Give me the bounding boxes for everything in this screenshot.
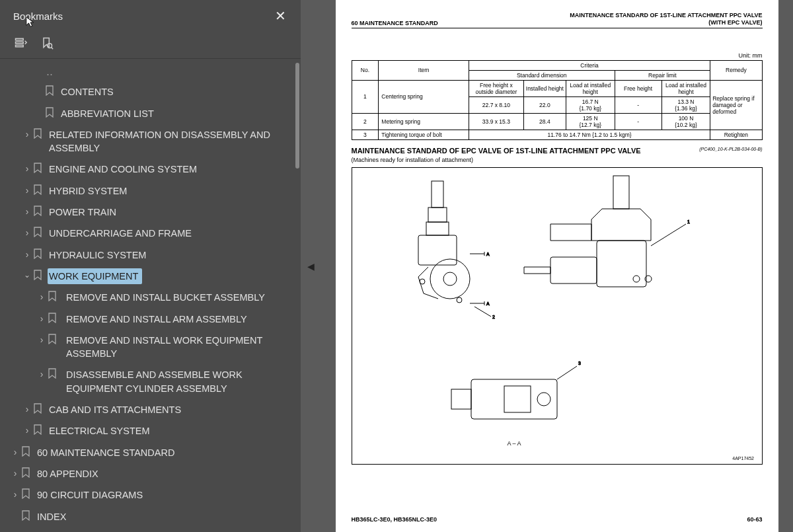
- bookmark-item[interactable]: REMOVE AND INSTALL ARM ASSEMBLY: [0, 309, 294, 330]
- svg-text:A: A: [486, 301, 490, 306]
- bookmark-icon: [21, 487, 36, 499]
- outline-options-icon[interactable]: [13, 36, 28, 50]
- bookmark-icon: [33, 204, 48, 216]
- bookmark-item[interactable]: 80 APPENDIX: [0, 463, 294, 484]
- svg-point-11: [457, 297, 462, 303]
- bookmark-icon: [33, 127, 48, 139]
- bookmark-item[interactable]: 60 MAINTENANCE STANDARD: [0, 442, 294, 463]
- bookmark-icon: [45, 106, 59, 118]
- svg-rect-0: [16, 38, 24, 40]
- footer-model: HB365LC-3E0, HB365NLC-3E0: [352, 516, 437, 523]
- bookmark-icon: [48, 332, 62, 344]
- svg-rect-7: [418, 235, 457, 265]
- section-label: A – A: [507, 440, 521, 447]
- chevron-right-icon[interactable]: [21, 247, 33, 262]
- header-left: 60 MAINTENANCE STANDARD: [352, 20, 438, 26]
- technical-diagram: A A 2 1: [352, 167, 763, 465]
- bookmark-label: REMOVE AND INSTALL ARM ASSEMBLY: [62, 311, 251, 327]
- svg-rect-2: [16, 45, 24, 47]
- bookmark-item[interactable]: HYBRID SYSTEM: [0, 180, 294, 202]
- bookmark-item[interactable]: RELATED INFORMATION ON DISASSEMBLY AND A…: [0, 124, 294, 159]
- chevron-right-icon[interactable]: [36, 289, 48, 304]
- bookmark-label: INDEX: [36, 509, 70, 525]
- bookmark-icon: [33, 225, 48, 237]
- svg-rect-1: [16, 42, 24, 44]
- bookmark-icon: [33, 402, 48, 414]
- chevron-right-icon[interactable]: [36, 367, 48, 381]
- chevron-right-icon[interactable]: [21, 204, 33, 219]
- chevron-right-icon[interactable]: [21, 127, 33, 141]
- diagram-code: 4AP17452: [732, 456, 754, 461]
- chevron-down-icon[interactable]: [21, 268, 33, 281]
- bookmark-item[interactable]: POWER TRAIN: [0, 202, 294, 223]
- svg-rect-5: [428, 208, 447, 222]
- chevron-none: [33, 106, 45, 107]
- bookmark-item[interactable]: DISASSEMBLE AND ASSEMBLE WORK EQUIPMENT …: [0, 364, 294, 399]
- bookmark-label: REMOVE AND INSTALL BUCKET ASSEMBLY: [62, 289, 269, 305]
- svg-text:A: A: [486, 252, 490, 256]
- bookmark-item[interactable]: UNDERCARRIAGE AND FRAME: [0, 223, 294, 244]
- svg-rect-6: [426, 222, 449, 235]
- chevron-right-icon[interactable]: [36, 311, 48, 326]
- bookmark-label: ENGINE AND COOLING SYSTEM: [48, 161, 201, 177]
- unit-label: Unit: mm: [352, 28, 763, 60]
- chevron-right-icon[interactable]: [21, 402, 33, 416]
- section-code: (PC400_10-K-PL2B-034-00-B): [699, 147, 762, 152]
- chevron-right-icon[interactable]: [21, 225, 33, 240]
- bookmark-item[interactable]: REMOVE AND INSTALL BUCKET ASSEMBLY: [0, 287, 294, 308]
- bookmark-label: CAB AND ITS ATTACHMENTS: [48, 402, 185, 418]
- sidebar-title: Bookmarks: [13, 11, 63, 22]
- bookmark-item[interactable]: ELECTRICAL SYSTEM: [0, 420, 294, 441]
- sidebar-header: Bookmarks ✕: [0, 0, 301, 29]
- section-title: MAINTENANCE STANDARD OF EPC VALVE OF 1ST…: [352, 147, 763, 155]
- bookmark-item[interactable]: INDEX: [0, 506, 294, 527]
- svg-rect-15: [613, 176, 629, 209]
- bookmark-icon: [48, 367, 62, 379]
- bookmark-label: ABBREVIATION LIST: [59, 106, 158, 122]
- criteria-table: No. Item Criteria Remedy Standard dimens…: [352, 60, 763, 140]
- bookmark-item[interactable]: REMOVE AND INSTALL WORK EQUIPMENT ASSEMB…: [0, 330, 294, 365]
- bookmark-tree: ‥CONTENTSABBREVIATION LISTRELATED INFORM…: [0, 59, 301, 532]
- chevron-left-icon: ◀: [307, 261, 315, 272]
- bookmark-icon: [21, 509, 36, 521]
- svg-point-24: [537, 393, 550, 406]
- bookmark-icon: [45, 84, 59, 96]
- chevron-right-icon[interactable]: [9, 466, 21, 480]
- bookmark-label: REMOVE AND INSTALL WORK EQUIPMENT ASSEMB…: [62, 332, 290, 362]
- bookmark-item[interactable]: WORK EQUIPMENT: [0, 266, 294, 287]
- bookmark-item[interactable]: HYDRAULIC SYSTEM: [0, 245, 294, 266]
- document-viewport[interactable]: 60 MAINTENANCE STANDARD MAINTENANCE STAN…: [321, 0, 793, 532]
- svg-rect-21: [471, 379, 557, 419]
- bookmark-icon: [48, 311, 62, 323]
- chevron-right-icon[interactable]: [21, 161, 33, 176]
- bookmark-item[interactable]: 90 CIRCUIT DIAGRAMS: [0, 484, 294, 506]
- bookmark-label: WORK EQUIPMENT: [48, 268, 142, 284]
- page-footer: HB365LC-3E0, HB365NLC-3E0 60-63: [352, 516, 763, 523]
- bookmark-icon: [48, 289, 62, 301]
- bookmark-label: ELECTRICAL SYSTEM: [48, 423, 154, 439]
- bookmark-icon: [33, 268, 48, 280]
- bookmark-item[interactable]: CONTENTS: [0, 81, 294, 102]
- bookmark-label: UNDERCARRIAGE AND FRAME: [48, 225, 196, 241]
- chevron-right-icon[interactable]: [9, 445, 21, 459]
- svg-point-18: [633, 276, 640, 282]
- chevron-right-icon[interactable]: [36, 332, 48, 347]
- page-header: 60 MAINTENANCE STANDARD MAINTENANCE STAN…: [352, 12, 763, 28]
- chevron-right-icon[interactable]: [9, 487, 21, 502]
- bookmark-label: RELATED INFORMATION ON DISASSEMBLY AND A…: [48, 127, 290, 157]
- close-icon[interactable]: ✕: [268, 5, 293, 26]
- chevron-right-icon[interactable]: [21, 423, 33, 437]
- bookmarks-sidebar: Bookmarks ✕ ‥CONTENTSABBREVIATION LISTRE…: [0, 0, 301, 532]
- chevron-right-icon[interactable]: [21, 183, 33, 198]
- scrollbar-thumb[interactable]: [295, 63, 299, 169]
- bookmark-icon: [33, 183, 48, 195]
- bookmark-item[interactable]: ENGINE AND COOLING SYSTEM: [0, 159, 294, 180]
- chevron-none: [33, 84, 45, 85]
- bookmark-item[interactable]: CAB AND ITS ATTACHMENTS: [0, 399, 294, 420]
- header-right: MAINTENANCE STANDARD OF 1ST-LINE ATTACHM…: [570, 12, 762, 26]
- find-bookmark-icon[interactable]: [40, 36, 54, 50]
- sidebar-collapse-handle[interactable]: ◀: [301, 0, 321, 532]
- sidebar-toolbar: [0, 29, 301, 59]
- bookmark-item-truncated: ‥: [0, 63, 294, 81]
- bookmark-item[interactable]: ABBREVIATION LIST: [0, 103, 294, 124]
